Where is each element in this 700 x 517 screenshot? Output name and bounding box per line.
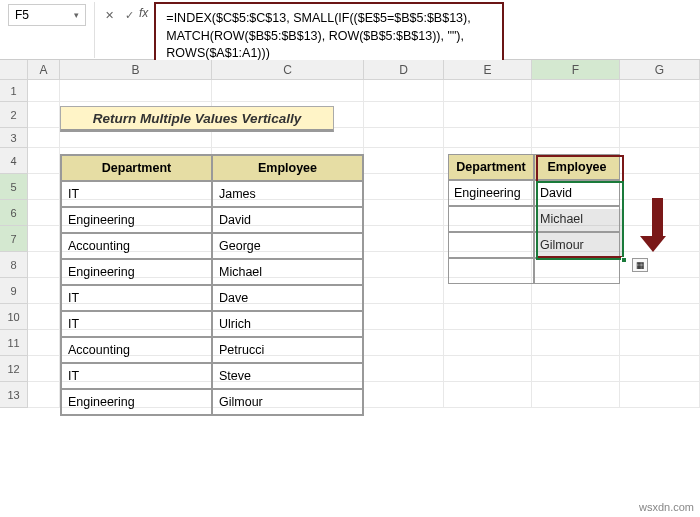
cell[interactable]	[28, 356, 60, 382]
col-header-F[interactable]: F	[532, 60, 620, 79]
row-header-11[interactable]: 11	[0, 330, 28, 356]
row-header-12[interactable]: 12	[0, 356, 28, 382]
emp-cell[interactable]: David	[212, 207, 363, 233]
cell[interactable]	[28, 148, 60, 174]
dept-cell[interactable]: IT	[61, 311, 212, 337]
emp-cell[interactable]: Gilmour	[212, 389, 363, 415]
cell[interactable]	[28, 226, 60, 252]
cell[interactable]	[620, 174, 700, 200]
cell[interactable]	[620, 356, 700, 382]
dept-cell[interactable]: IT	[61, 363, 212, 389]
emp-cell[interactable]: Petrucci	[212, 337, 363, 363]
row-header-1[interactable]: 1	[0, 80, 28, 102]
cell[interactable]	[60, 80, 212, 102]
col-header-C[interactable]: C	[212, 60, 364, 79]
col-header-B[interactable]: B	[60, 60, 212, 79]
cell[interactable]	[364, 102, 444, 128]
cell[interactable]	[364, 252, 444, 278]
cell[interactable]	[532, 128, 620, 148]
dept-cell[interactable]: Engineering	[448, 180, 534, 206]
dept-cell[interactable]	[448, 206, 534, 232]
col-header-E[interactable]: E	[444, 60, 532, 79]
row-header-5[interactable]: 5	[0, 174, 28, 200]
cell[interactable]	[28, 252, 60, 278]
cell[interactable]	[28, 174, 60, 200]
cell[interactable]	[532, 102, 620, 128]
fill-handle[interactable]	[621, 257, 627, 263]
cell[interactable]	[364, 174, 444, 200]
emp-cell[interactable]: George	[212, 233, 363, 259]
dept-cell[interactable]: Engineering	[61, 207, 212, 233]
cell[interactable]	[532, 80, 620, 102]
cell[interactable]	[444, 356, 532, 382]
cell[interactable]	[364, 80, 444, 102]
dept-cell[interactable]: Accounting	[61, 337, 212, 363]
emp-cell[interactable]: Steve	[212, 363, 363, 389]
emp-cell[interactable]: James	[212, 181, 363, 207]
cell[interactable]	[364, 226, 444, 252]
cell[interactable]	[444, 330, 532, 356]
cancel-button[interactable]: ✕	[99, 4, 119, 26]
fx-icon[interactable]: fx	[139, 6, 148, 20]
dept-cell[interactable]: IT	[61, 181, 212, 207]
cell[interactable]	[364, 148, 444, 174]
cell[interactable]	[620, 128, 700, 148]
cell[interactable]	[444, 102, 532, 128]
col-header-D[interactable]: D	[364, 60, 444, 79]
row-header-3[interactable]: 3	[0, 128, 28, 148]
cell[interactable]	[444, 128, 532, 148]
dept-cell[interactable]	[448, 258, 534, 284]
dept-cell[interactable]: Accounting	[61, 233, 212, 259]
cell[interactable]	[28, 200, 60, 226]
cell[interactable]	[28, 278, 60, 304]
row-header-10[interactable]: 10	[0, 304, 28, 330]
col-header-G[interactable]: G	[620, 60, 700, 79]
cell[interactable]	[444, 382, 532, 408]
cell[interactable]	[620, 304, 700, 330]
dept-cell[interactable]: IT	[61, 285, 212, 311]
row-header-4[interactable]: 4	[0, 148, 28, 174]
main-header-emp[interactable]: Employee	[212, 155, 363, 181]
dept-cell[interactable]: Engineering	[61, 389, 212, 415]
emp-cell[interactable]: Gilmour	[534, 232, 620, 258]
cell[interactable]	[28, 80, 60, 102]
dept-cell[interactable]	[448, 232, 534, 258]
cell[interactable]	[620, 148, 700, 174]
cell[interactable]	[532, 304, 620, 330]
cell[interactable]	[364, 304, 444, 330]
cell[interactable]	[620, 330, 700, 356]
cell[interactable]	[364, 330, 444, 356]
row-header-8[interactable]: 8	[0, 252, 28, 278]
cell[interactable]	[28, 102, 60, 128]
cell[interactable]	[444, 80, 532, 102]
cell[interactable]	[212, 80, 364, 102]
row-header-6[interactable]: 6	[0, 200, 28, 226]
cell[interactable]	[620, 80, 700, 102]
emp-cell[interactable]	[534, 258, 620, 284]
select-all-corner[interactable]	[0, 60, 28, 79]
dropdown-icon[interactable]: ▾	[74, 10, 79, 20]
row-header-7[interactable]: 7	[0, 226, 28, 252]
cell[interactable]	[364, 200, 444, 226]
emp-cell[interactable]: David	[534, 180, 620, 206]
cell[interactable]	[620, 382, 700, 408]
cell[interactable]	[364, 382, 444, 408]
cell[interactable]	[28, 304, 60, 330]
dept-cell[interactable]: Engineering	[61, 259, 212, 285]
row-header-13[interactable]: 13	[0, 382, 28, 408]
confirm-button[interactable]: ✓	[119, 4, 139, 26]
col-header-A[interactable]: A	[28, 60, 60, 79]
cell[interactable]	[532, 330, 620, 356]
emp-cell[interactable]: Michael	[534, 206, 620, 232]
emp-cell[interactable]: Ulrich	[212, 311, 363, 337]
cell[interactable]	[28, 128, 60, 148]
cell[interactable]	[364, 128, 444, 148]
autofill-options-button[interactable]: ▦	[632, 258, 648, 272]
cell[interactable]	[364, 356, 444, 382]
cell[interactable]	[28, 382, 60, 408]
main-header-dept[interactable]: Department	[61, 155, 212, 181]
cell[interactable]	[532, 356, 620, 382]
name-box[interactable]: F5 ▾	[8, 4, 86, 26]
row-header-2[interactable]: 2	[0, 102, 28, 128]
emp-cell[interactable]: Michael	[212, 259, 363, 285]
